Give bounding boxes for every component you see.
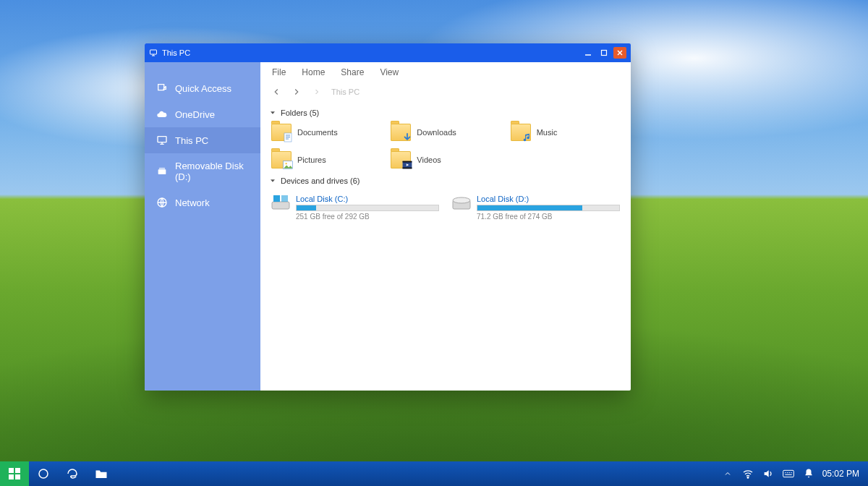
- drive-free-text: 71.2 GB free of 274 GB: [477, 213, 620, 221]
- breadcrumb[interactable]: This PC: [331, 88, 359, 96]
- video-icon: [402, 160, 412, 170]
- os-drive-icon: [271, 195, 290, 210]
- maximize-button[interactable]: [597, 47, 610, 59]
- minimize-button[interactable]: [582, 47, 595, 59]
- drive-usage-bar: [477, 205, 620, 211]
- svg-rect-10: [403, 161, 412, 163]
- download-arrow-icon: [402, 132, 412, 142]
- pc-icon: [149, 48, 158, 57]
- sidebar-item-onedrive[interactable]: OneDrive: [145, 101, 260, 127]
- folder-label: Downloads: [417, 128, 456, 137]
- ribbon-share[interactable]: Share: [341, 67, 364, 77]
- start-button[interactable]: [0, 461, 29, 486]
- cloud-icon: [156, 108, 168, 120]
- picture-icon: [283, 160, 293, 170]
- folder-icon: [391, 124, 411, 141]
- ribbon-view[interactable]: View: [380, 67, 399, 77]
- svg-rect-14: [281, 195, 288, 202]
- close-button[interactable]: [613, 47, 626, 59]
- folder-label: Music: [537, 128, 558, 137]
- folders-grid: Documents Downloads: [269, 120, 622, 172]
- explorer-window: This PC Quick: [145, 43, 631, 391]
- ribbon: File Home Share View: [260, 62, 631, 82]
- sidebar-item-label: Network: [175, 197, 210, 208]
- drive-name: Local Disk (D:): [477, 195, 620, 203]
- svg-rect-1: [602, 51, 607, 56]
- folder-videos[interactable]: Videos: [388, 148, 502, 172]
- nav-back-button[interactable]: [271, 86, 282, 98]
- folders-section-header[interactable]: Folders (5): [269, 104, 622, 120]
- sidebar-item-network[interactable]: Network: [145, 189, 260, 216]
- ribbon-home[interactable]: Home: [302, 67, 325, 77]
- network-icon: [156, 197, 168, 208]
- tray-chevron-up-icon[interactable]: [721, 467, 734, 480]
- svg-rect-20: [15, 474, 20, 479]
- document-icon: [283, 132, 293, 142]
- drive-free-text: 251 GB free of 292 GB: [296, 213, 439, 221]
- content-area: File Home Share View This PC: [260, 62, 631, 391]
- svg-rect-18: [15, 468, 20, 473]
- nav-forward-button[interactable]: [291, 86, 302, 98]
- folder-icon: [271, 124, 292, 141]
- sidebar-item-label: Removable Disk (D:): [175, 161, 249, 182]
- folder-icon: [95, 468, 108, 479]
- sidebar-item-label: OneDrive: [175, 109, 215, 120]
- taskbar-edge[interactable]: [58, 461, 87, 486]
- svg-point-22: [747, 477, 749, 478]
- ribbon-file[interactable]: File: [272, 67, 286, 77]
- sidebar-item-label: Quick Access: [175, 83, 231, 94]
- taskbar-cortana[interactable]: [29, 461, 58, 486]
- svg-point-21: [39, 469, 48, 478]
- svg-rect-17: [9, 468, 14, 473]
- drives-grid: Local Disk (C:) 251 GB free of 292 GB: [269, 191, 622, 224]
- edge-icon: [66, 467, 79, 480]
- folder-pictures[interactable]: Pictures: [269, 148, 383, 172]
- nav-bar: This PC: [260, 82, 631, 101]
- folder-icon: [511, 124, 531, 141]
- sidebar-item-label: This PC: [175, 135, 208, 146]
- svg-point-8: [286, 163, 287, 164]
- circle-icon: [37, 467, 50, 480]
- svg-point-16: [453, 197, 470, 203]
- file-pane: Folders (5) Documents: [260, 101, 631, 391]
- svg-rect-0: [150, 50, 157, 54]
- folder-icon: [391, 151, 411, 169]
- folders-section-title: Folders (5): [281, 108, 319, 117]
- drives-section-header[interactable]: Devices and drives (6): [269, 172, 622, 188]
- svg-rect-13: [273, 195, 280, 202]
- tray-keyboard-icon[interactable]: [782, 467, 795, 480]
- svg-rect-12: [272, 202, 289, 209]
- folder-label: Documents: [297, 128, 338, 137]
- sidebar-item-quick-access[interactable]: Quick Access: [145, 75, 260, 101]
- drive-usage-bar: [296, 205, 439, 211]
- svg-rect-11: [403, 168, 412, 169]
- taskbar-file-explorer[interactable]: [87, 461, 116, 486]
- svg-rect-2: [158, 137, 166, 142]
- windows-logo-icon: [9, 468, 20, 479]
- drive-d[interactable]: Local Disk (D:) 71.2 GB free of 274 GB: [450, 191, 622, 224]
- sidebar-item-this-pc[interactable]: This PC: [145, 127, 260, 153]
- folder-documents[interactable]: Documents: [269, 120, 383, 145]
- folder-downloads[interactable]: Downloads: [388, 120, 502, 145]
- tray-notifications-icon[interactable]: [802, 467, 815, 480]
- taskbar: 05:02 PM: [0, 461, 868, 486]
- titlebar[interactable]: This PC: [145, 43, 631, 62]
- pc-icon: [156, 135, 168, 146]
- tray-clock[interactable]: 05:02 PM: [822, 469, 859, 479]
- folder-icon: [271, 151, 292, 169]
- chevron-right-icon: [311, 86, 323, 98]
- sidebar-item-removable-disk[interactable]: Removable Disk (D:): [145, 153, 260, 189]
- svg-rect-19: [9, 474, 14, 479]
- folder-music[interactable]: Music: [509, 120, 622, 145]
- svg-rect-3: [158, 169, 166, 174]
- sidebar: Quick Access OneDrive This PC: [145, 62, 260, 391]
- drives-section-title: Devices and drives (6): [281, 176, 359, 185]
- drive-c[interactable]: Local Disk (C:) 251 GB free of 292 GB: [269, 191, 441, 224]
- svg-rect-4: [159, 168, 165, 170]
- tray-wifi-icon[interactable]: [741, 467, 754, 480]
- tray-volume-icon[interactable]: [762, 467, 775, 480]
- music-note-icon: [522, 132, 532, 142]
- system-tray: 05:02 PM: [712, 461, 868, 486]
- drive-name: Local Disk (C:): [296, 195, 439, 203]
- window-title: This PC: [162, 48, 190, 57]
